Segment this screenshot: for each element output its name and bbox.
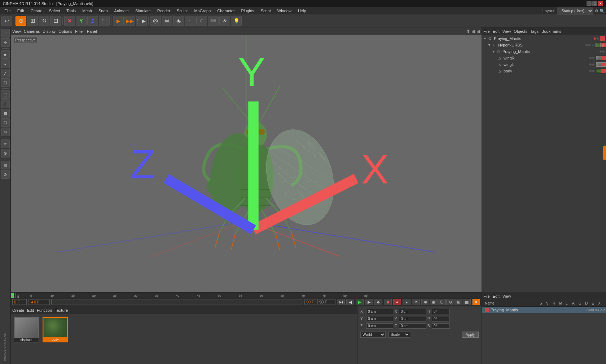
minimize-button[interactable]: _ [587, 1, 592, 6]
go-start-button[interactable]: ⏮ [337, 299, 345, 305]
wingR-tex[interactable] [596, 56, 601, 60]
max-frame-input[interactable] [317, 299, 335, 305]
coord-x-size[interactable] [399, 309, 426, 314]
tl-icon-2[interactable]: ◉ [430, 299, 438, 305]
obj-edit[interactable]: Edit [493, 29, 500, 34]
menu-simulate[interactable]: Simulate [132, 8, 154, 14]
tree-item-pm-child[interactable]: ▼ ⬡ Praying_Mantis [482, 48, 606, 55]
menu-file[interactable]: File [1, 8, 14, 14]
object-mode[interactable]: ■ [1, 50, 10, 59]
render-button[interactable]: ▶ [113, 16, 124, 26]
menu-render[interactable]: Render [154, 8, 173, 14]
play-button[interactable]: ▶ [356, 299, 364, 305]
viewport-btn-4[interactable]: ⬡ [1, 118, 10, 127]
menu-help[interactable]: Help [295, 8, 309, 14]
menu-edit[interactable]: Edit [14, 8, 27, 14]
world-button[interactable]: ⬚ [99, 16, 110, 26]
tag-x-1[interactable]: ✕ [601, 43, 606, 47]
move-tool[interactable]: ✛ [1, 38, 10, 47]
edge-mode[interactable]: ╱ [1, 69, 10, 77]
z-button[interactable]: Z [87, 16, 98, 26]
undo-button[interactable]: ↩ [1, 16, 12, 26]
side-tab[interactable] [603, 146, 606, 160]
rotate-tool-button[interactable]: ↻ [39, 16, 49, 26]
tl-icon-4[interactable]: ⊙ [446, 299, 454, 305]
x-button[interactable]: ✕ [64, 16, 75, 26]
attr-view[interactable]: View [502, 294, 511, 298]
next-frame-button[interactable]: ▶ [365, 299, 373, 305]
vt-panel[interactable]: Panel [87, 29, 97, 34]
attr-icon-2[interactable]: ⊞ [589, 308, 592, 312]
menu-snap[interactable]: Snap [96, 8, 111, 14]
menu-create[interactable]: Create [28, 8, 45, 14]
menu-window[interactable]: Window [275, 8, 294, 14]
light-button[interactable]: 💡 [231, 16, 242, 26]
tree-item-wingL[interactable]: △ wingL [482, 61, 606, 68]
obj-tags[interactable]: Tags [530, 29, 539, 34]
viewport-btn-3[interactable]: ▦ [1, 109, 10, 117]
vt-cameras[interactable]: Cameras [24, 29, 40, 34]
tag-tex-1[interactable] [596, 43, 601, 47]
apply-button[interactable]: Apply [462, 332, 479, 338]
layout-select[interactable]: Startup (User) [557, 8, 593, 14]
coord-p[interactable] [432, 316, 450, 321]
menu-plugins[interactable]: Plugins [238, 8, 257, 14]
grid-btn[interactable]: ▤ [1, 161, 10, 169]
wingL-tex[interactable] [596, 62, 601, 67]
menu-character[interactable]: Character [214, 8, 237, 14]
coord-h[interactable] [432, 309, 450, 314]
material-body[interactable]: body [43, 317, 68, 342]
menu-script[interactable]: Script [258, 8, 274, 14]
coord-y-size[interactable] [399, 316, 426, 321]
tl-icon-5[interactable]: ⊞ [454, 299, 462, 305]
obj-bookmarks[interactable]: Bookmarks [541, 29, 561, 34]
snap-button[interactable]: ⊞⊞ [208, 16, 219, 26]
auto-key-button[interactable]: ● [393, 299, 401, 305]
current-frame-input[interactable] [28, 299, 50, 305]
coord-y-pos[interactable] [366, 316, 393, 321]
tl-icon-3[interactable]: ⬡ [438, 299, 446, 305]
deformer-button[interactable]: ◈ [173, 16, 184, 26]
attr-selected-row[interactable]: Praying_Mantis ⬡ ⊞ ≡ ⊕ ⬧ ↗ ✕ [482, 307, 606, 313]
record-button[interactable]: ⏺ [384, 299, 392, 305]
field-button[interactable]: ⬡ [196, 16, 207, 26]
render-active-button[interactable]: ▶▶ [124, 16, 135, 26]
move-tool-button[interactable]: ⊕ [16, 16, 26, 26]
wingL-x[interactable] [601, 62, 606, 67]
vp-icon-2[interactable]: ⊞ [471, 29, 475, 34]
body-paint-btn[interactable]: ⊙ [1, 170, 10, 179]
3d-viewport[interactable]: Perspective [11, 35, 482, 292]
viewport-btn-1[interactable]: ⬚ [1, 90, 10, 99]
vt-view[interactable]: View [12, 29, 21, 34]
mat-create[interactable]: Create [12, 308, 24, 312]
tree-item-wingR[interactable]: △ wingR [482, 55, 606, 61]
menu-mesh[interactable]: Mesh [79, 8, 95, 14]
attr-icon-1[interactable]: ⬡ [586, 308, 589, 312]
render-region-button[interactable]: ⬚▶ [136, 16, 147, 26]
tree-item-praying-mantis[interactable]: ▼ ⬡ Praying_Mantis [482, 35, 606, 42]
attr-icon-5[interactable]: ⬧ [598, 308, 600, 312]
cam-button[interactable]: 👁 [219, 16, 230, 26]
vp-icon-3[interactable]: ⊟ [477, 29, 480, 34]
vt-display[interactable]: Display [43, 29, 56, 34]
scale-tool-button[interactable]: ⊞ [27, 16, 38, 26]
viewport-btn-5[interactable]: ⊕ [1, 128, 10, 136]
menu-tools[interactable]: Tools [63, 8, 79, 14]
attr-edit[interactable]: Edit [493, 294, 500, 298]
coord-z-pos[interactable] [366, 323, 393, 329]
tree-expand-3[interactable]: ▼ [492, 50, 495, 53]
mat-texture[interactable]: Texture [55, 308, 68, 312]
tree-item-hypernurbs[interactable]: ▼ ⊞ HyperNURBS ✓ ✕ [482, 42, 606, 48]
spline-button[interactable]: ~ [185, 16, 196, 26]
menu-animate[interactable]: Animate [111, 8, 132, 14]
tree-expand-1[interactable]: ▼ [483, 37, 487, 40]
coord-z-size[interactable] [399, 323, 426, 329]
sculpt-btn[interactable]: ⊛ [1, 149, 10, 157]
tree-expand-2[interactable]: ▼ [488, 43, 491, 47]
wingR-x[interactable] [601, 56, 606, 60]
material-displace[interactable]: displace [14, 317, 39, 342]
motion-button[interactable]: ≋ [412, 299, 420, 305]
obj-file[interactable]: File [483, 29, 490, 34]
mat-edit[interactable]: Edit [27, 308, 34, 312]
go-end-button[interactable]: ⏭ [374, 299, 382, 305]
